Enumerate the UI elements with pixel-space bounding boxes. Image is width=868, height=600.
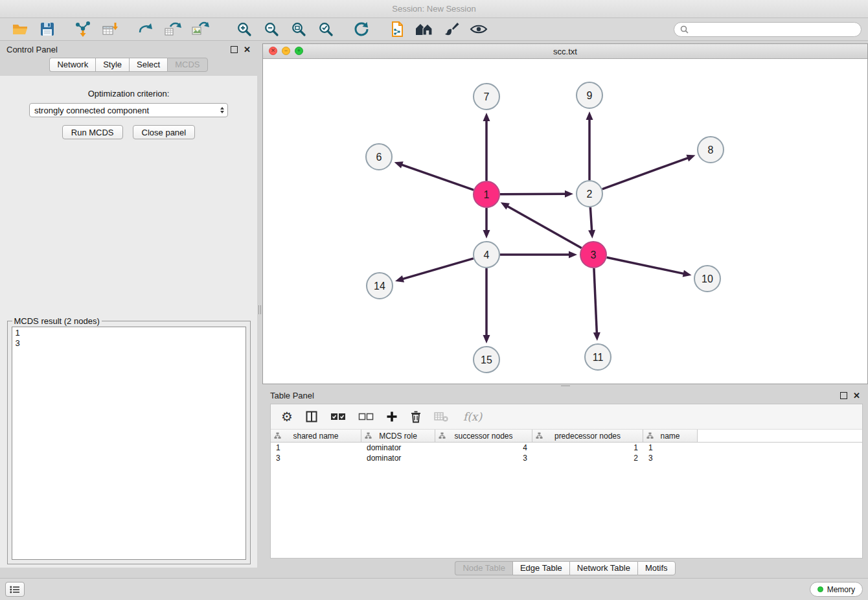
edge-arrowhead: [483, 335, 490, 343]
tab-select[interactable]: Select: [129, 58, 167, 72]
add-column-button[interactable]: [386, 411, 398, 422]
search-input[interactable]: [692, 24, 855, 35]
memory-status-dot: [817, 586, 823, 592]
function-builder-button[interactable]: f(x): [463, 410, 482, 423]
graph-node-9[interactable]: 9: [577, 82, 602, 108]
float-panel-icon[interactable]: [231, 46, 238, 53]
home-button[interactable]: [411, 19, 438, 40]
export-image-icon: [191, 21, 209, 38]
network-from-table-button[interactable]: [159, 19, 187, 40]
table-tab-edge-table[interactable]: Edge Table: [512, 561, 569, 575]
graph-edge-3-11[interactable]: [594, 268, 597, 334]
graph-node-4[interactable]: 4: [474, 242, 499, 268]
graph-edge-2-8[interactable]: [602, 157, 689, 189]
window-title: Session: New Session: [392, 4, 475, 14]
table-cell[interactable]: 3: [435, 453, 532, 463]
column-header-mcds-role[interactable]: MCDS role: [361, 430, 435, 442]
graph-edge-3-1[interactable]: [507, 206, 581, 248]
graph-node-label: 9: [587, 90, 593, 101]
open-file-button[interactable]: [6, 19, 34, 40]
zoom-selected-button[interactable]: [312, 19, 339, 40]
show-hide-button[interactable]: [465, 19, 492, 40]
clone-network-button[interactable]: [132, 19, 159, 40]
search-box[interactable]: [674, 22, 862, 37]
table-cell[interactable]: 3: [271, 453, 361, 463]
criterion-select[interactable]: strongly connected component: [29, 103, 228, 117]
graph-node-1[interactable]: 1: [474, 181, 499, 207]
column-header-shared-name[interactable]: shared name: [271, 430, 361, 442]
split-columns-button[interactable]: [305, 410, 318, 423]
column-sort-icon: [646, 432, 654, 439]
tab-mcds[interactable]: MCDS: [167, 58, 207, 72]
table-cell[interactable]: 3: [643, 453, 698, 463]
graph-node-8[interactable]: 8: [698, 137, 724, 163]
graph-edge-1-2[interactable]: [500, 194, 566, 194]
table-cell[interactable]: dominator: [361, 453, 435, 463]
graph-node-14[interactable]: 14: [367, 273, 393, 299]
save-session-button[interactable]: [34, 19, 61, 40]
refresh-button[interactable]: [348, 19, 375, 40]
save-icon: [40, 21, 55, 37]
table-cell[interactable]: 1: [643, 443, 698, 453]
table-tab-network-table[interactable]: Network Table: [569, 561, 637, 575]
memory-button[interactable]: Memory: [810, 582, 863, 597]
table-row[interactable]: 1dominator411: [271, 443, 862, 453]
edge-arrowhead: [394, 161, 404, 168]
zoom-out-button[interactable]: [258, 19, 285, 40]
zoom-fit-button[interactable]: [285, 19, 312, 40]
task-history-button[interactable]: [5, 582, 25, 597]
delete-column-button[interactable]: [410, 410, 422, 423]
zoom-in-button[interactable]: [231, 19, 258, 40]
close-table-panel-icon[interactable]: ✕: [853, 391, 860, 400]
tab-style[interactable]: Style: [95, 58, 129, 72]
delete-table-button[interactable]: [434, 411, 448, 422]
network-window-title: scc.txt: [553, 47, 577, 56]
graph-node-6[interactable]: 6: [366, 144, 392, 170]
close-panel-icon[interactable]: ✕: [244, 45, 251, 54]
table-row[interactable]: 3dominator323: [271, 453, 862, 463]
float-table-panel-icon[interactable]: [840, 392, 847, 399]
import-table-button[interactable]: [97, 19, 124, 40]
column-header-predecessor-nodes[interactable]: predecessor nodes: [532, 430, 643, 442]
table-cell[interactable]: 4: [435, 443, 532, 453]
graph-edge-2-3[interactable]: [590, 207, 591, 231]
table-tab-node-table[interactable]: Node Table: [455, 561, 512, 575]
column-header-name[interactable]: name: [643, 430, 698, 442]
import-network-button[interactable]: [69, 19, 97, 40]
mcds-result-list: 13: [12, 327, 246, 560]
table-cell[interactable]: dominator: [361, 443, 435, 453]
graph-node-15[interactable]: 15: [474, 347, 499, 373]
graph-node-10[interactable]: 10: [694, 266, 720, 292]
close-panel-button[interactable]: Close panel: [133, 125, 196, 139]
graph-edge-3-10[interactable]: [607, 257, 685, 273]
table-tab-motifs[interactable]: Motifs: [637, 561, 676, 575]
style-brush-button[interactable]: [438, 19, 465, 40]
edge-arrowhead: [395, 275, 404, 283]
document-share-button[interactable]: [383, 19, 411, 40]
maximize-window-button[interactable]: +: [295, 47, 303, 55]
export-image-button[interactable]: [187, 19, 214, 40]
table-body: 1dominator4113dominator323: [271, 443, 862, 463]
close-window-button[interactable]: ✕: [269, 47, 277, 55]
graph-node-2[interactable]: 2: [577, 181, 602, 207]
run-mcds-button[interactable]: Run MCDS: [62, 125, 123, 139]
table-settings-button[interactable]: ⚙: [281, 410, 293, 423]
network-window: ✕ − + scc.txt 7968124314101511: [262, 43, 868, 384]
graph-edge-4-14[interactable]: [402, 259, 474, 279]
graph-node-3[interactable]: 3: [580, 242, 606, 268]
table-cell[interactable]: 1: [271, 443, 361, 453]
table-cell[interactable]: 2: [532, 453, 643, 463]
graph-node-11[interactable]: 11: [585, 344, 611, 370]
select-all-button[interactable]: [330, 412, 346, 421]
table-cell[interactable]: 1: [532, 443, 643, 453]
edge-arrowhead: [683, 270, 692, 277]
deselect-all-button[interactable]: [358, 412, 374, 421]
network-canvas[interactable]: 7968124314101511: [263, 59, 867, 384]
graph-node-7[interactable]: 7: [474, 84, 499, 110]
vertical-splitter[interactable]: [257, 41, 262, 578]
minimize-window-button[interactable]: −: [282, 47, 290, 55]
graph-edge-1-6[interactable]: [401, 165, 474, 190]
graph-node-label: 4: [484, 249, 490, 260]
column-header-successor-nodes[interactable]: successor nodes: [435, 430, 532, 442]
tab-network[interactable]: Network: [49, 58, 95, 72]
